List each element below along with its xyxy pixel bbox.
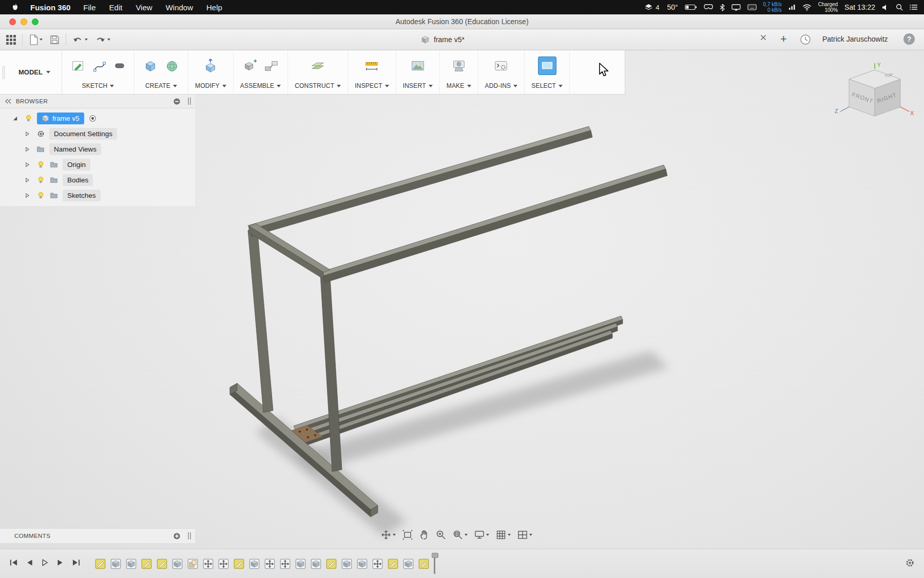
ribbon-drag-handle[interactable] (0, 50, 7, 94)
collapse-panel-icon[interactable] (4, 98, 12, 104)
wifi-icon[interactable] (802, 4, 812, 11)
menubar-list-icon[interactable] (910, 4, 918, 10)
tree-node[interactable]: Named Views (49, 143, 101, 155)
create-form-icon[interactable] (163, 57, 181, 75)
viewcube[interactable]: TOP FRONT RIGHT Y X Z (834, 62, 916, 129)
joint-icon[interactable] (262, 57, 280, 75)
browser-row-named-views[interactable]: Named Views (0, 141, 195, 157)
tab-close-icon[interactable] (760, 34, 767, 43)
timeline-settings-gear-icon[interactable] (905, 558, 915, 570)
temperature-status[interactable]: 50° (667, 3, 678, 11)
timeline-feature-feature[interactable] (172, 558, 183, 569)
timeline-feature-sketch[interactable] (234, 558, 244, 569)
menu-window[interactable]: Window (159, 3, 200, 12)
job-status-clock-icon[interactable] (800, 34, 811, 47)
timeline-feature-sketch[interactable] (157, 558, 167, 569)
insert-image-icon[interactable] (409, 57, 427, 75)
network-speed-status[interactable]: 0,7 kB/s 0 kB/s (763, 2, 782, 13)
panel-display-toggle-icon[interactable] (173, 98, 181, 105)
browser-row-sketches[interactable]: Sketches (0, 188, 195, 203)
app-grid-icon[interactable] (5, 34, 17, 46)
construction-plane-icon[interactable] (309, 57, 327, 75)
visibility-bulb-icon[interactable] (24, 114, 33, 123)
create-box-icon[interactable] (141, 57, 160, 75)
zoom-window-icon[interactable] (453, 530, 468, 540)
workspace-selector[interactable]: MODEL (7, 50, 62, 94)
timeline-feature-feature[interactable] (110, 558, 121, 569)
pan-hand-icon[interactable] (419, 530, 429, 540)
ribbon-group-label[interactable]: CREATE (145, 82, 177, 89)
ribbon-group-label[interactable]: ASSEMBLE (240, 82, 281, 89)
new-component-icon[interactable] (240, 57, 259, 75)
apple-menu-icon[interactable] (6, 3, 24, 12)
select-tool-icon[interactable] (538, 57, 556, 75)
timeline-feature-feature[interactable] (249, 558, 260, 569)
browser-row-document-settings[interactable]: Document Settings (0, 126, 195, 141)
tree-node[interactable]: Sketches (63, 190, 101, 201)
browser-row-bodies[interactable]: Bodies (0, 172, 195, 188)
visibility-bulb-icon[interactable] (36, 160, 45, 169)
timeline-feature-feature[interactable] (341, 558, 352, 569)
scripts-addins-icon[interactable] (492, 57, 510, 75)
goggles-icon[interactable] (704, 4, 713, 10)
browser-header[interactable]: BROWSER (0, 95, 195, 108)
tree-node[interactable]: Bodies (63, 174, 93, 186)
panel-resize-handle[interactable] (188, 532, 191, 539)
timeline-feature-feature[interactable] (295, 558, 306, 569)
tree-node[interactable]: Origin (63, 159, 90, 171)
disclosure-collapsed-icon[interactable] (23, 160, 32, 169)
close-window-button[interactable] (9, 18, 16, 25)
spline-tool-icon[interactable] (90, 57, 109, 75)
visibility-bulb-icon[interactable] (36, 191, 45, 200)
browser-row-root[interactable]: frame v5 (0, 110, 195, 126)
redo-button[interactable] (94, 34, 111, 45)
layers-status-icon[interactable]: 4 (644, 3, 660, 12)
slot-tool-icon[interactable] (112, 58, 127, 73)
signal-bars-icon[interactable] (788, 4, 796, 10)
ribbon-group-label[interactable]: INSPECT (355, 82, 389, 89)
create-sketch-icon[interactable] (69, 57, 87, 75)
keyboard-icon[interactable] (747, 4, 757, 10)
undo-button[interactable] (71, 34, 89, 45)
step-back-icon[interactable] (26, 558, 33, 569)
menu-view[interactable]: View (129, 3, 159, 12)
timeline-feature-move[interactable] (264, 558, 275, 569)
go-to-end-icon[interactable] (72, 558, 81, 569)
zoom-icon[interactable] (436, 530, 446, 540)
menubar-clock[interactable]: Sat 13:22 (844, 3, 875, 11)
timeline-feature-component[interactable] (187, 558, 198, 569)
new-tab-button[interactable]: + (780, 32, 787, 46)
step-forward-icon[interactable] (56, 558, 64, 569)
go-to-start-icon[interactable] (9, 558, 18, 569)
measure-icon[interactable] (362, 57, 381, 75)
user-account-button[interactable]: Patrick Jaruschowitz (822, 35, 888, 43)
timeline-feature-sketch[interactable] (95, 558, 106, 569)
menu-file[interactable]: File (76, 3, 102, 12)
timeline-feature-feature[interactable] (357, 558, 368, 569)
timeline-feature-feature[interactable] (311, 558, 321, 569)
timeline-feature-sketch[interactable] (326, 558, 337, 569)
disclosure-collapsed-icon[interactable] (23, 129, 32, 138)
battery-icon[interactable] (685, 4, 697, 10)
ribbon-group-label[interactable]: INSERT (403, 82, 433, 89)
press-pull-icon[interactable] (201, 57, 220, 75)
menu-help[interactable]: Help (200, 3, 229, 12)
timeline-feature-move[interactable] (280, 558, 291, 569)
ribbon-group-label[interactable]: ADD-INS (485, 82, 518, 89)
display-mirroring-icon[interactable] (732, 4, 741, 11)
ribbon-group-label[interactable]: CONSTRUCT (295, 82, 341, 89)
timeline-feature-move[interactable] (372, 558, 383, 569)
pan-tool-icon[interactable] (381, 530, 396, 540)
spotlight-search-icon[interactable] (896, 4, 903, 11)
browser-row-origin[interactable]: Origin (0, 157, 195, 172)
grid-display-icon[interactable] (496, 530, 511, 540)
disclosure-expanded-icon[interactable] (10, 114, 20, 123)
ribbon-group-label[interactable]: MAKE (447, 82, 471, 89)
ribbon-group-label[interactable]: MODIFY (195, 82, 226, 89)
visibility-bulb-icon[interactable] (36, 175, 45, 184)
minimize-window-button[interactable] (21, 18, 27, 25)
viewports-icon[interactable] (517, 530, 532, 539)
help-button[interactable]: ? (903, 33, 915, 45)
3d-print-icon[interactable] (450, 57, 468, 75)
document-tab[interactable]: frame v5* (421, 29, 465, 50)
